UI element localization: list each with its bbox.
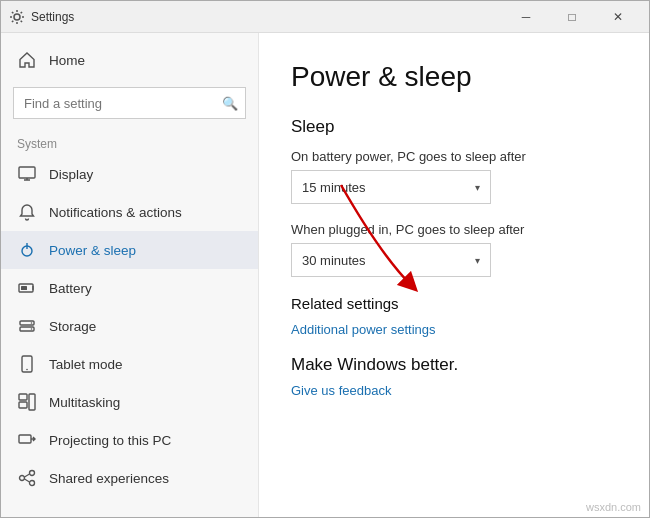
- svg-rect-1: [19, 167, 35, 178]
- sidebar-item-multitasking[interactable]: Multitasking: [1, 383, 258, 421]
- svg-point-17: [30, 481, 35, 486]
- storage-icon: [17, 316, 37, 336]
- sidebar-item-battery-label: Battery: [49, 281, 92, 296]
- sidebar-item-notifications-label: Notifications & actions: [49, 205, 182, 220]
- sidebar-item-multitasking-label: Multitasking: [49, 395, 120, 410]
- battery-icon: [17, 278, 37, 298]
- search-icon: 🔍: [222, 96, 238, 111]
- sidebar-item-storage-label: Storage: [49, 319, 96, 334]
- sidebar-item-display-label: Display: [49, 167, 93, 182]
- search-input[interactable]: [13, 87, 246, 119]
- battery-sleep-dropdown[interactable]: 15 minutes ▾: [291, 170, 491, 204]
- notifications-icon: [17, 202, 37, 222]
- plugged-sleep-label: When plugged in, PC goes to sleep after: [291, 222, 617, 237]
- plugged-dropdown-arrow: ▾: [475, 255, 480, 266]
- battery-sleep-wrapper: On battery power, PC goes to sleep after…: [291, 149, 617, 204]
- page-title: Power & sleep: [291, 61, 617, 93]
- svg-rect-14: [19, 435, 31, 443]
- tablet-icon: [17, 354, 37, 374]
- sidebar-section-label: System: [1, 131, 258, 155]
- projecting-icon: [17, 430, 37, 450]
- plugged-sleep-wrapper: When plugged in, PC goes to sleep after …: [291, 222, 617, 277]
- multitasking-icon: [17, 392, 37, 412]
- sidebar-item-battery[interactable]: Battery: [1, 269, 258, 307]
- sidebar-item-notifications[interactable]: Notifications & actions: [1, 193, 258, 231]
- sidebar-item-shared-label: Shared experiences: [49, 471, 169, 486]
- sidebar-item-home[interactable]: Home: [1, 41, 258, 79]
- sleep-section-title: Sleep: [291, 117, 617, 137]
- svg-point-7: [31, 322, 33, 324]
- sidebar-item-shared[interactable]: Shared experiences: [1, 459, 258, 497]
- related-settings-title: Related settings: [291, 295, 617, 312]
- display-icon: [17, 164, 37, 184]
- feedback-link[interactable]: Give us feedback: [291, 383, 391, 398]
- window-title: Settings: [31, 10, 503, 24]
- maximize-button[interactable]: □: [549, 1, 595, 33]
- svg-rect-11: [19, 394, 27, 400]
- svg-point-16: [30, 471, 35, 476]
- battery-sleep-label: On battery power, PC goes to sleep after: [291, 149, 617, 164]
- watermark: wsxdn.com: [586, 501, 641, 513]
- plugged-sleep-dropdown[interactable]: 30 minutes ▾: [291, 243, 491, 277]
- sidebar-item-power-label: Power & sleep: [49, 243, 136, 258]
- svg-point-0: [14, 14, 20, 20]
- svg-point-8: [31, 328, 33, 330]
- sidebar: Home 🔍 System Display: [1, 33, 259, 517]
- sidebar-item-storage[interactable]: Storage: [1, 307, 258, 345]
- sidebar-item-tablet-label: Tablet mode: [49, 357, 123, 372]
- shared-icon: [17, 468, 37, 488]
- svg-point-15: [20, 476, 25, 481]
- settings-window: Settings ─ □ ✕ Home 🔍 Syst: [0, 0, 650, 518]
- title-bar: Settings ─ □ ✕: [1, 1, 649, 33]
- sidebar-item-tablet[interactable]: Tablet mode: [1, 345, 258, 383]
- battery-dropdown-arrow: ▾: [475, 182, 480, 193]
- svg-rect-13: [29, 394, 35, 410]
- plugged-sleep-value: 30 minutes: [302, 253, 366, 268]
- settings-icon: [9, 9, 25, 25]
- sidebar-item-home-label: Home: [49, 53, 85, 68]
- sidebar-item-projecting-label: Projecting to this PC: [49, 433, 171, 448]
- power-icon: [17, 240, 37, 260]
- make-better-title: Make Windows better.: [291, 355, 617, 375]
- sidebar-item-projecting[interactable]: Projecting to this PC: [1, 421, 258, 459]
- additional-power-link[interactable]: Additional power settings: [291, 322, 436, 337]
- window-controls: ─ □ ✕: [503, 1, 641, 33]
- svg-point-10: [26, 369, 28, 371]
- main-content: Power & sleep Sleep On battery power, PC…: [259, 33, 649, 517]
- svg-rect-4: [21, 286, 27, 290]
- svg-rect-12: [19, 402, 27, 408]
- content-area: Home 🔍 System Display: [1, 33, 649, 517]
- minimize-button[interactable]: ─: [503, 1, 549, 33]
- sidebar-item-power[interactable]: Power & sleep: [1, 231, 258, 269]
- close-button[interactable]: ✕: [595, 1, 641, 33]
- sidebar-search-container: 🔍: [13, 87, 246, 119]
- home-icon: [17, 50, 37, 70]
- sidebar-item-display[interactable]: Display: [1, 155, 258, 193]
- battery-sleep-value: 15 minutes: [302, 180, 366, 195]
